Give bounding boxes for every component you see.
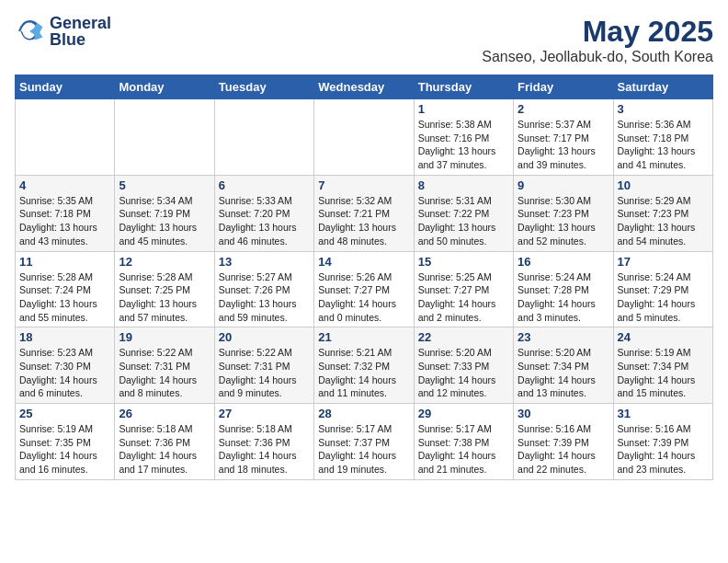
calendar-cell: 19Sunrise: 5:22 AM Sunset: 7:31 PM Dayli… [115,327,214,404]
day-info: Sunrise: 5:18 AM Sunset: 7:36 PM Dayligh… [119,422,210,477]
calendar-week-3: 11Sunrise: 5:28 AM Sunset: 7:24 PM Dayli… [16,251,713,327]
calendar-cell: 1Sunrise: 5:38 AM Sunset: 7:16 PM Daylig… [414,99,513,176]
calendar-cell: 28Sunrise: 5:17 AM Sunset: 7:37 PM Dayli… [314,404,414,480]
day-number: 31 [618,407,709,420]
calendar-cell: 16Sunrise: 5:24 AM Sunset: 7:28 PM Dayli… [514,251,613,327]
calendar-table: SundayMondayTuesdayWednesdayThursdayFrid… [15,75,713,480]
day-info: Sunrise: 5:20 AM Sunset: 7:33 PM Dayligh… [418,346,509,400]
day-number: 17 [618,255,709,269]
day-info: Sunrise: 5:30 AM Sunset: 7:23 PM Dayligh… [518,194,609,248]
day-number: 1 [418,102,509,116]
day-number: 19 [119,330,210,344]
weekday-header-sunday: Sunday [16,75,115,99]
day-number: 28 [318,407,409,420]
day-info: Sunrise: 5:31 AM Sunset: 7:22 PM Dayligh… [418,194,509,248]
day-info: Sunrise: 5:17 AM Sunset: 7:37 PM Dayligh… [318,422,409,477]
calendar-cell: 12Sunrise: 5:28 AM Sunset: 7:25 PM Dayli… [115,251,214,327]
day-info: Sunrise: 5:29 AM Sunset: 7:23 PM Dayligh… [618,194,709,248]
day-number: 5 [119,178,210,192]
calendar-subtitle: Sanseo, Jeollabuk-do, South Korea [482,49,713,65]
calendar-week-5: 25Sunrise: 5:19 AM Sunset: 7:35 PM Dayli… [16,404,713,480]
day-number: 6 [219,178,310,192]
day-number: 13 [219,255,310,269]
weekday-header-monday: Monday [115,75,214,99]
calendar-cell [16,99,115,176]
day-number: 25 [19,407,110,420]
calendar-cell: 24Sunrise: 5:19 AM Sunset: 7:34 PM Dayli… [613,327,712,404]
day-info: Sunrise: 5:37 AM Sunset: 7:17 PM Dayligh… [518,118,609,172]
page-header: General Blue May 2025 Sanseo, Jeollabuk-… [15,15,713,65]
weekday-header-wednesday: Wednesday [314,75,414,99]
day-info: Sunrise: 5:24 AM Sunset: 7:28 PM Dayligh… [518,270,609,325]
calendar-week-2: 4Sunrise: 5:35 AM Sunset: 7:18 PM Daylig… [16,175,713,251]
day-number: 23 [518,330,609,344]
day-number: 14 [318,255,409,269]
day-number: 7 [318,178,409,192]
day-number: 10 [618,178,709,192]
calendar-week-4: 18Sunrise: 5:23 AM Sunset: 7:30 PM Dayli… [16,327,713,404]
day-info: Sunrise: 5:36 AM Sunset: 7:18 PM Dayligh… [618,118,709,172]
day-number: 11 [19,255,110,269]
day-info: Sunrise: 5:19 AM Sunset: 7:34 PM Dayligh… [618,346,709,400]
calendar-cell: 14Sunrise: 5:26 AM Sunset: 7:27 PM Dayli… [314,251,414,327]
calendar-cell: 6Sunrise: 5:33 AM Sunset: 7:20 PM Daylig… [214,175,313,251]
calendar-cell: 29Sunrise: 5:17 AM Sunset: 7:38 PM Dayli… [414,404,513,480]
calendar-cell: 9Sunrise: 5:30 AM Sunset: 7:23 PM Daylig… [514,175,613,251]
day-info: Sunrise: 5:24 AM Sunset: 7:29 PM Dayligh… [618,270,709,325]
title-block: May 2025 Sanseo, Jeollabuk-do, South Kor… [482,15,713,65]
calendar-cell: 20Sunrise: 5:22 AM Sunset: 7:31 PM Dayli… [214,327,313,404]
weekday-header-row: SundayMondayTuesdayWednesdayThursdayFrid… [16,75,713,99]
calendar-cell: 4Sunrise: 5:35 AM Sunset: 7:18 PM Daylig… [16,175,115,251]
day-number: 16 [518,255,609,269]
day-info: Sunrise: 5:23 AM Sunset: 7:30 PM Dayligh… [19,346,110,400]
calendar-header: SundayMondayTuesdayWednesdayThursdayFrid… [16,75,713,99]
day-info: Sunrise: 5:16 AM Sunset: 7:39 PM Dayligh… [518,422,609,477]
day-number: 2 [518,102,609,116]
calendar-cell: 5Sunrise: 5:34 AM Sunset: 7:19 PM Daylig… [115,175,214,251]
calendar-cell: 11Sunrise: 5:28 AM Sunset: 7:24 PM Dayli… [16,251,115,327]
day-info: Sunrise: 5:26 AM Sunset: 7:27 PM Dayligh… [318,270,409,325]
day-info: Sunrise: 5:34 AM Sunset: 7:19 PM Dayligh… [119,194,210,248]
calendar-cell: 13Sunrise: 5:27 AM Sunset: 7:26 PM Dayli… [214,251,313,327]
calendar-week-1: 1Sunrise: 5:38 AM Sunset: 7:16 PM Daylig… [16,99,713,176]
calendar-cell: 26Sunrise: 5:18 AM Sunset: 7:36 PM Dayli… [115,404,214,480]
day-info: Sunrise: 5:17 AM Sunset: 7:38 PM Dayligh… [418,422,509,477]
calendar-cell: 2Sunrise: 5:37 AM Sunset: 7:17 PM Daylig… [514,99,613,176]
day-info: Sunrise: 5:19 AM Sunset: 7:35 PM Dayligh… [19,422,110,477]
logo-text: General Blue [50,15,111,48]
day-info: Sunrise: 5:32 AM Sunset: 7:21 PM Dayligh… [318,194,409,248]
day-info: Sunrise: 5:33 AM Sunset: 7:20 PM Dayligh… [219,194,310,248]
day-number: 21 [318,330,409,344]
weekday-header-friday: Friday [514,75,613,99]
weekday-header-tuesday: Tuesday [214,75,313,99]
calendar-cell: 31Sunrise: 5:16 AM Sunset: 7:39 PM Dayli… [613,404,712,480]
day-number: 18 [19,330,110,344]
calendar-cell: 17Sunrise: 5:24 AM Sunset: 7:29 PM Dayli… [613,251,712,327]
weekday-header-thursday: Thursday [414,75,513,99]
day-number: 12 [119,255,210,269]
calendar-cell [214,99,313,176]
weekday-header-saturday: Saturday [613,75,712,99]
day-number: 9 [518,178,609,192]
calendar-cell: 7Sunrise: 5:32 AM Sunset: 7:21 PM Daylig… [314,175,414,251]
day-info: Sunrise: 5:20 AM Sunset: 7:34 PM Dayligh… [518,346,609,400]
calendar-cell: 22Sunrise: 5:20 AM Sunset: 7:33 PM Dayli… [414,327,513,404]
day-info: Sunrise: 5:35 AM Sunset: 7:18 PM Dayligh… [19,194,110,248]
calendar-cell: 21Sunrise: 5:21 AM Sunset: 7:32 PM Dayli… [314,327,414,404]
calendar-cell: 8Sunrise: 5:31 AM Sunset: 7:22 PM Daylig… [414,175,513,251]
day-number: 20 [219,330,310,344]
day-number: 22 [418,330,509,344]
day-number: 29 [418,407,509,420]
calendar-cell: 27Sunrise: 5:18 AM Sunset: 7:36 PM Dayli… [214,404,313,480]
calendar-cell [314,99,414,176]
day-info: Sunrise: 5:22 AM Sunset: 7:31 PM Dayligh… [219,346,310,400]
day-info: Sunrise: 5:25 AM Sunset: 7:27 PM Dayligh… [418,270,509,325]
calendar-cell: 30Sunrise: 5:16 AM Sunset: 7:39 PM Dayli… [514,404,613,480]
day-info: Sunrise: 5:38 AM Sunset: 7:16 PM Dayligh… [418,118,509,172]
logo-icon [15,17,44,46]
day-number: 15 [418,255,509,269]
day-info: Sunrise: 5:21 AM Sunset: 7:32 PM Dayligh… [318,346,409,400]
calendar-cell: 10Sunrise: 5:29 AM Sunset: 7:23 PM Dayli… [613,175,712,251]
day-number: 26 [119,407,210,420]
day-info: Sunrise: 5:28 AM Sunset: 7:25 PM Dayligh… [119,270,210,325]
